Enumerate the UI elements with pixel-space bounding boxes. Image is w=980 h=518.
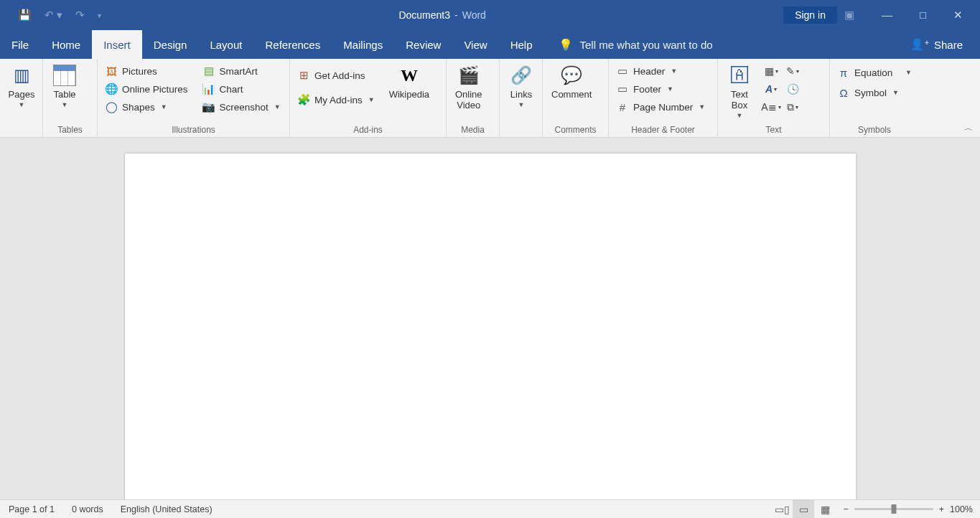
symbols-col: πEquation ▼ ΩSymbol▼	[834, 62, 915, 100]
get-addins-button[interactable]: ⊞Get Add-ins	[294, 67, 378, 83]
title-dash: -	[454, 9, 458, 21]
page-number-icon: #	[616, 100, 629, 113]
status-page[interactable]: Page 1 of 1	[0, 504, 63, 514]
symbol-button[interactable]: ΩSymbol▼	[834, 85, 915, 100]
wikipedia-button[interactable]: W Wikipedia	[385, 62, 434, 100]
page-number-button[interactable]: #Page Number▼	[613, 99, 708, 115]
qat-customize-icon[interactable]: ▾	[98, 11, 101, 19]
text-box-button[interactable]: 🄰 Text Box ▼	[722, 62, 757, 119]
zoom-slider-thumb[interactable]	[891, 504, 896, 514]
zoom-in-button[interactable]: +	[939, 504, 944, 514]
chart-icon: 📊	[202, 83, 215, 95]
date-time-button[interactable]: 🕓	[784, 81, 801, 97]
collapse-ribbon-button[interactable]: ︿	[964, 122, 973, 134]
titlebar: 💾 ↶ ▾ ↷ ▾ Document3 - Word Sign in ▣ — □…	[0, 0, 980, 30]
group-links-label	[500, 125, 542, 137]
group-pages-label	[0, 125, 42, 137]
pictures-button[interactable]: 🖼Pictures	[102, 63, 191, 79]
group-text-label: Text	[718, 125, 829, 137]
equation-button[interactable]: πEquation ▼	[834, 65, 915, 80]
date-time-icon: 🕓	[787, 83, 799, 95]
group-illustrations-label: Illustrations	[98, 125, 289, 137]
tab-view[interactable]: View	[452, 30, 498, 59]
links-label: Links	[510, 89, 532, 100]
links-button[interactable]: 🔗 Links ▼	[504, 62, 538, 108]
print-layout-button[interactable]: ▭	[793, 500, 814, 519]
undo-icon[interactable]: ↶ ▾	[45, 9, 62, 22]
table-label: Table	[53, 89, 75, 100]
screenshot-button[interactable]: 📷Screenshot▼	[200, 99, 284, 115]
tab-insert[interactable]: Insert	[92, 30, 142, 59]
tab-home[interactable]: Home	[40, 30, 92, 59]
document-canvas[interactable]	[0, 138, 980, 499]
online-pictures-button[interactable]: 🌐Online Pictures	[102, 81, 191, 97]
chevron-down-icon: ▼	[892, 89, 899, 96]
group-header-footer-label: Header & Footer	[609, 125, 717, 137]
comment-icon: 💬	[559, 63, 584, 88]
close-icon[interactable]: ✕	[953, 9, 963, 22]
ribbon: ▥ Pages ▼ Table ▼ Tables 🖼Pictures 🌐Onli…	[0, 59, 980, 138]
chevron-down-icon: ▼	[274, 103, 281, 110]
quick-parts-button[interactable]: ▦▾	[762, 63, 780, 79]
signature-line-button[interactable]: ✎▾	[784, 63, 801, 79]
zoom-out-button[interactable]: −	[843, 504, 848, 514]
share-button[interactable]: 👤⁺ Share	[910, 30, 980, 59]
sign-in-label: Sign in	[795, 9, 826, 21]
equation-icon: π	[837, 66, 850, 79]
tab-file[interactable]: File	[0, 30, 40, 59]
tab-references[interactable]: References	[253, 30, 332, 59]
header-button[interactable]: ▭Header▼	[613, 63, 708, 79]
tab-review[interactable]: Review	[394, 30, 452, 59]
quick-access-toolbar: 💾 ↶ ▾ ↷ ▾	[0, 9, 101, 22]
group-tables-label: Tables	[43, 125, 97, 137]
text-box-label: Text Box	[731, 89, 748, 110]
table-button[interactable]: Table ▼	[47, 62, 82, 108]
online-video-button[interactable]: 🎬 Online Video	[451, 62, 487, 110]
chevron-down-icon: ▼	[699, 103, 705, 110]
online-pictures-icon: 🌐	[105, 83, 118, 95]
shapes-button[interactable]: ◯Shapes▼	[102, 99, 191, 115]
wordart-button[interactable]: A▾	[762, 81, 780, 97]
chart-button[interactable]: 📊Chart	[200, 81, 284, 97]
illustrations-col1: 🖼Pictures 🌐Online Pictures ◯Shapes▼	[102, 62, 191, 115]
shapes-icon: ◯	[105, 100, 118, 113]
drop-cap-button[interactable]: A≣▾	[762, 99, 780, 115]
save-icon[interactable]: 💾	[18, 9, 32, 22]
redo-icon[interactable]: ↷	[75, 9, 85, 22]
status-language[interactable]: English (United States)	[112, 504, 221, 514]
tab-design[interactable]: Design	[142, 30, 199, 59]
minimize-icon[interactable]: —	[882, 9, 892, 22]
maximize-icon[interactable]: □	[920, 9, 926, 22]
pages-button[interactable]: ▥ Pages ▼	[4, 62, 39, 108]
tab-mailings[interactable]: Mailings	[332, 30, 394, 59]
comment-button[interactable]: 💬 Comment	[547, 62, 596, 100]
group-media: 🎬 Online Video Media	[447, 59, 500, 137]
chevron-down-icon: ▼	[737, 112, 743, 119]
lightbulb-icon: 💡	[559, 38, 573, 52]
zoom-level[interactable]: 100%	[950, 504, 973, 514]
zoom-slider[interactable]	[854, 508, 933, 510]
chevron-down-icon: ▼	[905, 69, 912, 76]
group-media-label: Media	[447, 125, 499, 137]
group-header-footer: ▭Header▼ ▭Footer▼ #Page Number▼ Header &…	[609, 59, 718, 137]
document-page[interactable]	[125, 154, 856, 499]
footer-button[interactable]: ▭Footer▼	[613, 81, 708, 97]
web-layout-button[interactable]: ▦	[814, 500, 836, 519]
screenshot-icon: 📷	[202, 100, 215, 113]
store-icon: ⊞	[297, 69, 310, 82]
object-button[interactable]: ⧉▾	[784, 99, 801, 115]
tab-help[interactable]: Help	[499, 30, 544, 59]
pages-label: Pages	[9, 89, 35, 100]
sign-in-button[interactable]: Sign in	[783, 6, 837, 24]
smartart-button[interactable]: ▤SmartArt	[200, 63, 284, 79]
group-links: 🔗 Links ▼	[500, 59, 543, 137]
status-word-count[interactable]: 0 words	[63, 504, 112, 514]
ribbon-display-icon[interactable]: ▣	[844, 9, 854, 22]
tell-me-search[interactable]: 💡 Tell me what you want to do	[544, 30, 713, 59]
my-addins-button[interactable]: 🧩My Add-ins▼	[294, 92, 378, 108]
chevron-down-icon: ▼	[368, 96, 375, 103]
web-layout-icon: ▦	[821, 504, 830, 515]
tab-layout[interactable]: Layout	[198, 30, 253, 59]
read-mode-button[interactable]: ▭▯	[771, 500, 793, 519]
group-pages: ▥ Pages ▼	[0, 59, 43, 137]
